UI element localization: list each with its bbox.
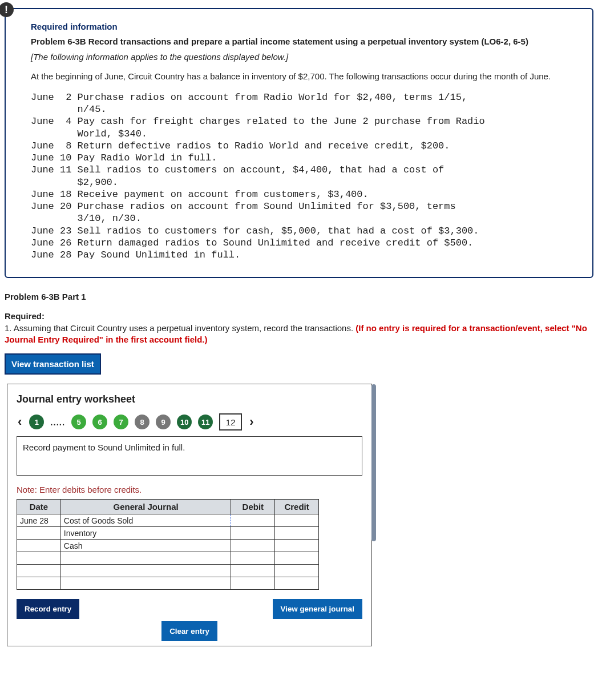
- cell-date[interactable]: [17, 540, 61, 552]
- transactions-list: June 2 Purchase radios on account from R…: [31, 91, 571, 262]
- worksheet-buttons: Record entry View general journal: [17, 599, 362, 619]
- table-row: Cash: [17, 540, 319, 552]
- col-credit: Credit: [275, 500, 319, 514]
- tab-9[interactable]: 9: [156, 415, 171, 429]
- cell-date[interactable]: [17, 552, 61, 565]
- journal-entry-table: Date General Journal Debit Credit June 2…: [17, 499, 319, 590]
- tab-7[interactable]: 7: [114, 415, 128, 429]
- cell-account[interactable]: [60, 552, 231, 565]
- cell-date[interactable]: [17, 577, 61, 590]
- debits-before-credits-note: Note: Enter debits before credits.: [17, 485, 362, 494]
- part-title: Problem 6-3B Part 1: [5, 292, 598, 301]
- table-row: Inventory: [17, 527, 319, 540]
- intro-text: At the beginning of June, Circuit Countr…: [31, 71, 571, 82]
- table-header-row: Date General Journal Debit Credit: [17, 500, 319, 514]
- tab-next-chevron-icon[interactable]: ›: [248, 415, 254, 429]
- cell-debit[interactable]: [231, 577, 275, 590]
- table-row: June 28 Cost of Goods Sold: [17, 514, 319, 527]
- cell-credit[interactable]: [275, 527, 319, 540]
- required-label: Required:: [5, 311, 45, 321]
- cell-debit[interactable]: [231, 565, 275, 577]
- required-info-label: Required information: [31, 22, 571, 31]
- scrollbar-thumb[interactable]: [371, 384, 376, 541]
- col-debit: Debit: [231, 500, 275, 514]
- tab-5[interactable]: 5: [71, 415, 86, 429]
- cell-debit[interactable]: [231, 527, 275, 540]
- required-text: 1. Assuming that Circuit Country uses a …: [5, 323, 355, 333]
- cell-account[interactable]: Cost of Goods Sold: [60, 514, 231, 527]
- journal-worksheet: Journal entry worksheet ‹ 1 ..... 5 6 7 …: [7, 384, 372, 646]
- tab-8[interactable]: 8: [135, 415, 150, 429]
- cell-date[interactable]: [17, 527, 61, 540]
- cell-account[interactable]: Cash: [60, 540, 231, 552]
- col-gj: General Journal: [60, 500, 231, 514]
- clear-entry-button[interactable]: Clear entry: [161, 621, 217, 641]
- cell-account[interactable]: Inventory: [60, 527, 231, 540]
- cell-date[interactable]: June 28: [17, 514, 61, 527]
- tab-prev-chevron-icon[interactable]: ‹: [17, 415, 23, 429]
- cell-credit[interactable]: [275, 540, 319, 552]
- cell-credit[interactable]: [275, 514, 319, 527]
- cell-credit[interactable]: [275, 577, 319, 590]
- table-row: [17, 552, 319, 565]
- tab-11[interactable]: 11: [198, 415, 213, 429]
- problem-title: Problem 6-3B Record transactions and pre…: [31, 36, 571, 47]
- tab-12-current[interactable]: 12: [219, 413, 242, 431]
- table-row: [17, 577, 319, 590]
- alert-icon: !: [0, 2, 14, 17]
- tab-ellipsis: .....: [50, 417, 65, 427]
- tab-1[interactable]: 1: [29, 415, 44, 429]
- view-general-journal-button[interactable]: View general journal: [273, 599, 362, 619]
- view-transaction-list-button[interactable]: View transaction list: [5, 353, 101, 375]
- cell-credit[interactable]: [275, 552, 319, 565]
- entry-prompt: Record payment to Sound Unlimited in ful…: [23, 442, 185, 452]
- cell-debit[interactable]: [231, 514, 275, 527]
- tab-6[interactable]: 6: [92, 415, 107, 429]
- worksheet-title: Journal entry worksheet: [17, 393, 362, 405]
- applies-note: [The following information applies to th…: [31, 52, 571, 62]
- worksheet-tab-row: ‹ 1 ..... 5 6 7 8 9 10 11 12 ›: [17, 413, 362, 431]
- cell-account[interactable]: [60, 565, 231, 577]
- required-block: Required: 1. Assuming that Circuit Count…: [5, 311, 593, 345]
- cell-date[interactable]: [17, 565, 61, 577]
- record-entry-button[interactable]: Record entry: [17, 599, 79, 619]
- tab-10[interactable]: 10: [177, 415, 192, 429]
- table-row: [17, 565, 319, 577]
- cell-account[interactable]: [60, 577, 231, 590]
- entry-prompt-box: Record payment to Sound Unlimited in ful…: [17, 436, 362, 476]
- required-info-box: ! Required information Problem 6-3B Reco…: [5, 8, 593, 278]
- cell-credit[interactable]: [275, 565, 319, 577]
- cell-debit[interactable]: [231, 540, 275, 552]
- col-date: Date: [17, 500, 61, 514]
- cell-debit[interactable]: [231, 552, 275, 565]
